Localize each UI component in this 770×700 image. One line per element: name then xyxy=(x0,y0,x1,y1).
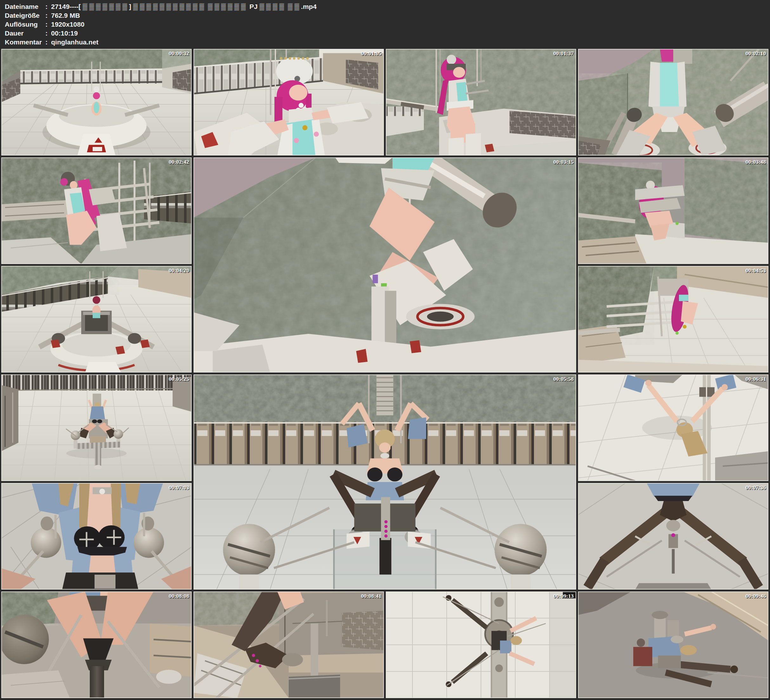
svg-text:00:03:15: 00:03:15 xyxy=(553,159,574,165)
svg-text:00:09:46: 00:09:46 xyxy=(746,593,766,599)
svg-text:00:01:05: 00:01:05 xyxy=(361,50,381,57)
svg-text:00:08:41: 00:08:41 xyxy=(361,593,381,599)
svg-text:00:00:32: 00:00:32 xyxy=(169,50,189,57)
svg-text:00:06:31: 00:06:31 xyxy=(746,376,766,382)
svg-text:00:05:58: 00:05:58 xyxy=(553,376,574,382)
svg-text:00:04:20: 00:04:20 xyxy=(169,267,189,274)
svg-text:00:05:25: 00:05:25 xyxy=(169,376,189,382)
svg-text:00:02:10: 00:02:10 xyxy=(746,50,766,57)
svg-text:00:08:08: 00:08:08 xyxy=(169,593,189,599)
svg-text:00:07:03: 00:07:03 xyxy=(169,484,189,491)
svg-text:00:02:42: 00:02:42 xyxy=(169,159,189,165)
svg-text:00:03:48: 00:03:48 xyxy=(746,159,766,165)
svg-text:00:09:13: 00:09:13 xyxy=(553,593,574,599)
svg-text:00:01:37: 00:01:37 xyxy=(553,50,574,57)
svg-text:00:04:53: 00:04:53 xyxy=(746,267,766,274)
svg-text:00:07:36: 00:07:36 xyxy=(746,484,766,491)
